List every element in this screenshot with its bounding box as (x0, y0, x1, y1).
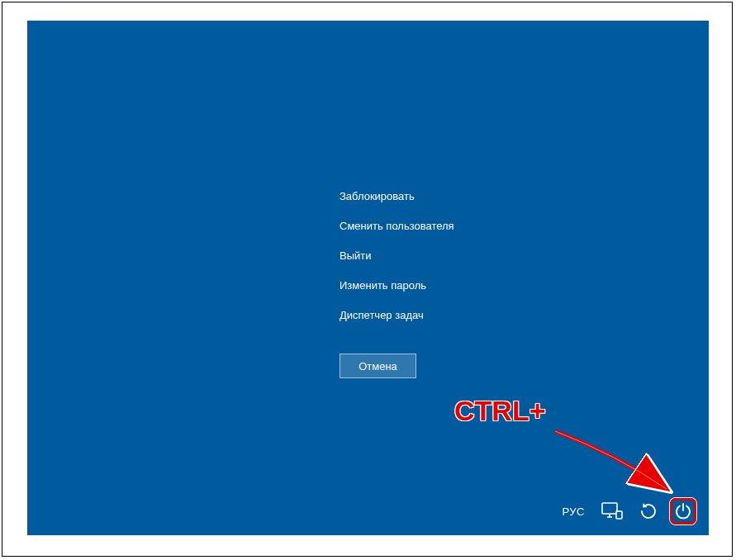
screenshot-frame: Заблокировать Сменить пользователя Выйти… (2, 2, 733, 557)
task-manager-option[interactable]: Диспетчер задач (340, 301, 454, 330)
windows-security-screen: Заблокировать Сменить пользователя Выйти… (27, 21, 709, 535)
security-options-menu: Заблокировать Сменить пользователя Выйти… (340, 182, 454, 330)
change-password-option[interactable]: Изменить пароль (340, 271, 454, 301)
svg-rect-0 (602, 503, 617, 514)
power-icon[interactable] (674, 502, 692, 520)
bottom-right-tray: РУС (562, 502, 692, 520)
network-icon[interactable] (601, 502, 623, 520)
lock-option[interactable]: Заблокировать (340, 182, 454, 211)
svg-rect-3 (616, 511, 622, 519)
cancel-button-label: Отмена (359, 360, 397, 373)
cancel-button[interactable]: Отмена (340, 354, 416, 378)
switch-user-option[interactable]: Сменить пользователя (340, 211, 454, 241)
input-language-indicator[interactable]: РУС (562, 505, 585, 518)
sign-out-option[interactable]: Выйти (340, 241, 454, 271)
annotation-ctrl-label: CTRL+ (454, 395, 546, 427)
ease-of-access-icon[interactable] (639, 502, 658, 520)
